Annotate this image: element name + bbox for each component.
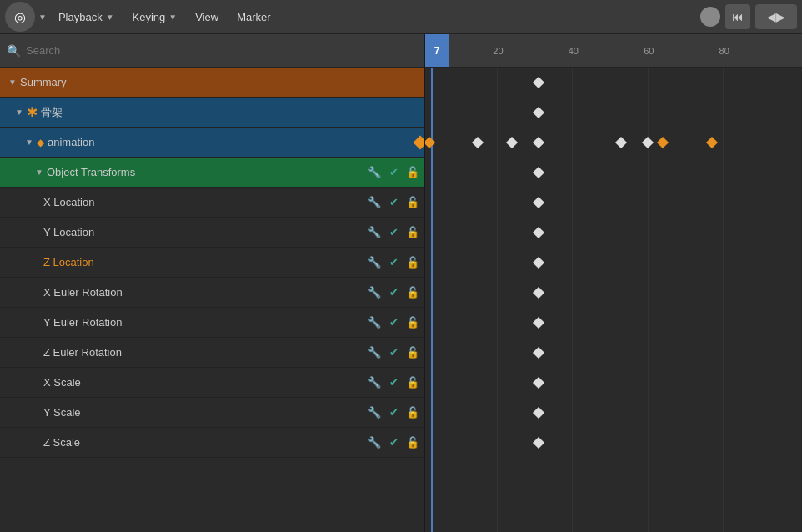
lock-icon-zs[interactable]: 🔓 (404, 434, 421, 451)
tree-row-y-location[interactable]: Y Location 🔧 ✔ 🔓 (0, 218, 424, 248)
keyframe-summary-1[interactable] (533, 77, 544, 88)
controls-x-location: 🔧 ✔ 🔓 (366, 194, 421, 211)
wrench-icon-zs[interactable]: 🔧 (366, 434, 383, 451)
tree-row-animation[interactable]: ▼ ◆ animation (0, 128, 424, 158)
record-button[interactable] (700, 7, 720, 27)
check-icon-ze[interactable]: ✔ (385, 344, 402, 361)
lock-icon-ys[interactable]: 🔓 (404, 404, 421, 421)
animation-icon: ◆ (37, 137, 44, 148)
keyframe-xs-1[interactable] (533, 377, 544, 389)
keyframe-ot-1[interactable] (533, 167, 544, 178)
wrench-icon-xs[interactable]: 🔧 (366, 374, 383, 391)
transport-arrows-button[interactable]: ◀▶ (755, 4, 797, 29)
arrow-object-transforms: ▼ (33, 168, 45, 177)
keyframe-xe-1[interactable] (533, 287, 544, 299)
keyframe-zs-1[interactable] (533, 437, 544, 449)
tree-row-armature[interactable]: ▼ ✱ 骨架 (0, 98, 424, 128)
wrench-icon-xl[interactable]: 🔧 (366, 194, 383, 211)
label-y-scale: Y Scale (43, 406, 366, 419)
tree-row-x-location[interactable]: X Location 🔧 ✔ 🔓 (0, 188, 424, 218)
check-icon-ys[interactable]: ✔ (385, 404, 402, 421)
check-icon-ot[interactable]: ✔ (385, 164, 402, 181)
lock-icon-xs[interactable]: 🔓 (404, 374, 421, 391)
check-icon-xe[interactable]: ✔ (385, 284, 402, 301)
wrench-icon-zl[interactable]: 🔧 (366, 254, 383, 271)
menu-playback-label: Playback (58, 11, 103, 23)
keyframe-row-zs (425, 428, 802, 458)
keyframe-zl-1[interactable] (533, 257, 544, 269)
arrow-summary: ▼ (7, 78, 18, 87)
lock-icon-xl[interactable]: 🔓 (404, 194, 421, 211)
check-icon-zs[interactable]: ✔ (385, 434, 402, 451)
keyframe-armature-1[interactable] (533, 107, 544, 118)
keyframe-anim-1[interactable] (425, 137, 435, 148)
search-input[interactable] (26, 44, 418, 57)
left-panel: 🔍 ▼ Summary ▼ ✱ 骨架 ▼ ◆ ani (0, 34, 425, 532)
tree-row-z-location[interactable]: Z Location 🔧 ✔ 🔓 (0, 248, 424, 278)
keyframe-xl-1[interactable] (533, 197, 544, 208)
lock-icon-ze[interactable]: 🔓 (404, 344, 421, 361)
check-icon-yl[interactable]: ✔ (385, 224, 402, 241)
wrench-icon-ze[interactable]: 🔧 (366, 344, 383, 361)
wrench-icon-ot[interactable]: 🔧 (366, 164, 383, 181)
tree-row-x-euler[interactable]: X Euler Rotation 🔧 ✔ 🔓 (0, 278, 424, 308)
keyframe-row-xe (425, 278, 802, 308)
keyframe-ys-1[interactable] (533, 407, 544, 419)
menu-playback[interactable]: Playback ▼ (50, 8, 123, 27)
label-z-euler: Z Euler Rotation (43, 346, 366, 359)
tree-row-object-transforms[interactable]: ▼ Object Transforms 🔧 ✔ 🔓 (0, 158, 424, 188)
menu-keying[interactable]: Keying ▼ (124, 8, 186, 27)
menu-playback-arrow: ▼ (106, 13, 114, 22)
tree-row-x-scale[interactable]: X Scale 🔧 ✔ 🔓 (0, 368, 424, 398)
check-icon-ye[interactable]: ✔ (385, 314, 402, 331)
keyframe-anim-8[interactable] (705, 137, 717, 148)
check-icon-xs[interactable]: ✔ (385, 374, 402, 391)
lock-icon-xe[interactable]: 🔓 (404, 284, 421, 301)
skip-start-icon: ⏮ (732, 10, 744, 23)
transport-arrows-icon: ◀▶ (767, 10, 785, 23)
keyframe-ye-1[interactable] (533, 317, 544, 329)
keyframe-ze-1[interactable] (533, 347, 544, 359)
check-icon-xl[interactable]: ✔ (385, 194, 402, 211)
wrench-icon-xe[interactable]: 🔧 (366, 284, 383, 301)
keyframe-anim-2[interactable] (472, 137, 484, 148)
lock-icon-ot[interactable]: 🔓 (404, 164, 421, 181)
menu-view-label: View (195, 11, 218, 23)
ruler-tick-80: 80 (719, 46, 729, 56)
check-icon-zl[interactable]: ✔ (385, 254, 402, 271)
wrench-icon-ye[interactable]: 🔧 (366, 314, 383, 331)
menu-keying-arrow: ▼ (168, 13, 177, 22)
tree-row-y-scale[interactable]: Y Scale 🔧 ✔ 🔓 (0, 398, 424, 428)
keyframe-anim-5[interactable] (615, 137, 627, 148)
tree-row-z-euler[interactable]: Z Euler Rotation 🔧 ✔ 🔓 (0, 338, 424, 368)
tree-row-summary[interactable]: ▼ Summary (0, 68, 424, 98)
app-logo[interactable]: ◎ (5, 2, 35, 32)
timeline-content[interactable] (425, 68, 802, 532)
lock-icon-yl[interactable]: 🔓 (404, 224, 421, 241)
keyframe-row-summary (425, 68, 802, 98)
keyframe-yl-1[interactable] (533, 227, 544, 238)
controls-y-scale: 🔧 ✔ 🔓 (366, 404, 421, 421)
tree-row-y-euler[interactable]: Y Euler Rotation 🔧 ✔ 🔓 (0, 308, 424, 338)
tree-row-z-scale[interactable]: Z Scale 🔧 ✔ 🔓 (0, 428, 424, 458)
keyframe-anim-4[interactable] (533, 137, 544, 148)
menu-keying-label: Keying (133, 11, 166, 23)
logo-chevron: ▼ (38, 13, 47, 22)
arrow-animation: ▼ (23, 138, 35, 147)
lock-icon-zl[interactable]: 🔓 (404, 254, 421, 271)
keyframe-anim-3[interactable] (506, 137, 518, 148)
current-frame-marker: 7 (425, 34, 449, 67)
menu-marker[interactable]: Marker (228, 8, 278, 27)
skip-start-button[interactable]: ⏮ (725, 4, 750, 29)
lock-icon-ye[interactable]: 🔓 (404, 314, 421, 331)
keyframe-row-ze (425, 338, 802, 368)
timeline-ruler: 7 20 40 60 80 (425, 34, 802, 68)
menu-view[interactable]: View (187, 8, 227, 27)
keyframe-anim-7[interactable] (657, 137, 669, 148)
wrench-icon-ys[interactable]: 🔧 (366, 404, 383, 421)
wrench-icon-yl[interactable]: 🔧 (366, 224, 383, 241)
keyframe-anim-6[interactable] (642, 137, 654, 148)
search-bar: 🔍 (0, 34, 424, 68)
right-panel: 7 20 40 60 80 (425, 34, 802, 532)
controls-z-euler: 🔧 ✔ 🔓 (366, 344, 421, 361)
